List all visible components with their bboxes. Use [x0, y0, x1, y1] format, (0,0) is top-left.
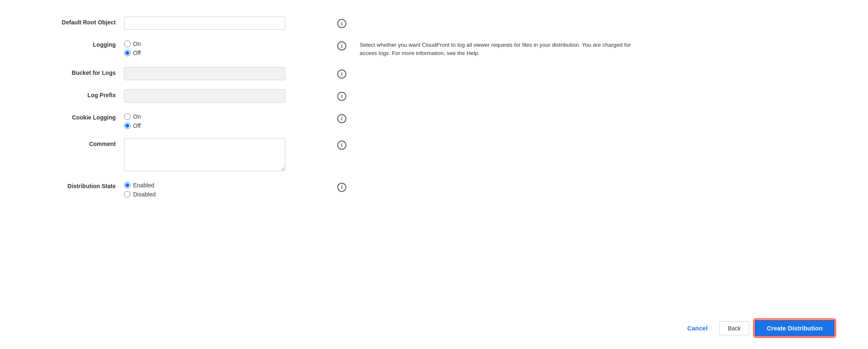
distribution-state-enabled-label[interactable]: Enabled: [124, 182, 155, 189]
comment-info-icon[interactable]: i: [337, 141, 346, 150]
cookie-logging-info-icon[interactable]: i: [337, 114, 346, 123]
create-distribution-button[interactable]: Create Distribution: [754, 320, 835, 337]
distribution-state-disabled-text: Disabled: [133, 191, 155, 198]
cancel-button[interactable]: Cancel: [681, 321, 714, 335]
cookie-logging-label: Cookie Logging: [33, 112, 124, 121]
comment-info-col: i: [331, 138, 355, 150]
logging-label: Logging: [33, 39, 124, 48]
distribution-state-radio-group: Enabled Disabled: [124, 180, 155, 198]
cookie-logging-off-label[interactable]: Off: [124, 122, 141, 129]
cookie-logging-off-radio[interactable]: [124, 122, 131, 129]
logging-on-radio[interactable]: [124, 41, 131, 47]
distribution-state-info-icon[interactable]: i: [337, 183, 346, 192]
log-prefix-label: Log Prefix: [33, 89, 124, 98]
distribution-state-enabled-text: Enabled: [133, 182, 154, 189]
bucket-for-logs-info-col: i: [331, 67, 355, 79]
log-prefix-row: Log Prefix i: [33, 89, 694, 103]
logging-off-text: Off: [133, 50, 141, 56]
logging-off-radio[interactable]: [124, 50, 131, 56]
default-root-object-row: Default Root Object i: [33, 17, 694, 30]
default-root-object-info-col: i: [331, 17, 355, 28]
bucket-for-logs-input[interactable]: [124, 67, 285, 80]
comment-control: [124, 138, 331, 171]
bucket-for-logs-control: [124, 67, 331, 80]
distribution-state-enabled-radio[interactable]: [124, 182, 131, 189]
logging-info-col: i: [331, 39, 355, 50]
logging-row: Logging On Off i Select whether you want…: [33, 39, 694, 58]
logging-control: On Off: [124, 39, 331, 56]
distribution-state-disabled-radio[interactable]: [124, 191, 131, 198]
cookie-logging-info-col: i: [331, 112, 355, 123]
logging-off-label[interactable]: Off: [124, 50, 141, 56]
cookie-logging-on-radio[interactable]: [124, 113, 131, 120]
bucket-for-logs-info-icon[interactable]: i: [337, 69, 346, 79]
back-button[interactable]: Back: [719, 321, 749, 335]
cookie-logging-off-text: Off: [133, 122, 141, 129]
log-prefix-info-icon[interactable]: i: [337, 92, 346, 101]
logging-on-label[interactable]: On: [124, 41, 141, 47]
cookie-logging-row: Cookie Logging On Off i: [33, 112, 694, 129]
distribution-state-info-col: i: [331, 180, 355, 192]
default-root-object-info-icon[interactable]: i: [337, 19, 346, 28]
logging-radio-group: On Off: [124, 39, 141, 56]
logging-description: Select whether you want CloudFront to lo…: [355, 39, 637, 58]
distribution-state-label: Distribution State: [33, 180, 124, 189]
log-prefix-input[interactable]: [124, 89, 285, 103]
bucket-for-logs-row: Bucket for Logs i: [33, 67, 694, 80]
cookie-logging-on-label[interactable]: On: [124, 113, 141, 120]
form-section: Default Root Object i Logging On O: [33, 17, 694, 198]
distribution-state-control: Enabled Disabled: [124, 180, 331, 198]
distribution-state-disabled-label[interactable]: Disabled: [124, 191, 155, 198]
comment-row: Comment i: [33, 138, 694, 171]
log-prefix-info-col: i: [331, 89, 355, 101]
comment-textarea[interactable]: [124, 138, 285, 171]
cookie-logging-on-text: On: [133, 113, 141, 120]
logging-info-icon[interactable]: i: [337, 41, 346, 50]
main-content: Default Root Object i Logging On O: [0, 0, 868, 311]
default-root-object-label: Default Root Object: [33, 17, 124, 26]
default-root-object-input[interactable]: [124, 17, 285, 30]
cookie-logging-control: On Off: [124, 112, 331, 129]
distribution-state-row: Distribution State Enabled Disabled i: [33, 180, 694, 198]
comment-label: Comment: [33, 138, 124, 147]
log-prefix-control: [124, 89, 331, 103]
default-root-object-control: [124, 17, 331, 30]
cookie-logging-radio-group: On Off: [124, 112, 141, 129]
footer: Cancel Back Create Distribution: [0, 311, 868, 349]
bucket-for-logs-label: Bucket for Logs: [33, 67, 124, 76]
logging-on-text: On: [133, 41, 141, 47]
